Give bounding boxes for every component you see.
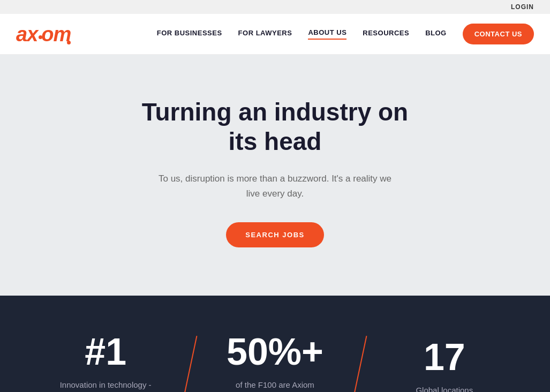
stat-item-1: #1 Innovation in technology - Financial …	[32, 333, 179, 392]
nav-for-businesses[interactable]: FOR BUSINESSES	[157, 29, 222, 39]
stat-divider-1	[183, 336, 198, 392]
login-link[interactable]: LOGIN	[511, 3, 534, 11]
stat-label-1: Innovation in technology - Financial Tim…	[57, 379, 154, 392]
logo-text: axom	[16, 23, 73, 46]
nav-for-lawyers[interactable]: FOR LAWYERS	[238, 29, 292, 39]
stat-number-2: 50%+	[201, 333, 348, 371]
stat-item-3: 17 Global locations	[371, 338, 518, 392]
stat-label-3: Global locations	[396, 385, 493, 392]
header: axom FOR BUSINESSES FOR LAWYERS ABOUT US…	[0, 14, 550, 55]
contact-us-button[interactable]: CONTACT US	[463, 24, 534, 44]
main-nav: FOR BUSINESSES FOR LAWYERS ABOUT US RESO…	[157, 24, 534, 44]
nav-blog[interactable]: BLOG	[425, 29, 447, 39]
hero-title: Turning an industry on its head	[136, 97, 415, 156]
nav-about-us[interactable]: ABOUT US	[308, 28, 346, 40]
stat-divider-2	[352, 336, 367, 392]
logo-dot-bottom	[67, 41, 71, 44]
stat-number-3: 17	[371, 338, 518, 376]
search-jobs-button[interactable]: SEARCH JOBS	[226, 222, 323, 247]
hero-section: Turning an industry on its head To us, d…	[0, 55, 550, 296]
stats-section: #1 Innovation in technology - Financial …	[0, 296, 550, 392]
hero-subtitle: To us, disruption is more than a buzzwor…	[157, 171, 393, 200]
logo[interactable]: axom	[16, 24, 73, 44]
top-bar: LOGIN	[0, 0, 550, 14]
stat-label-2: of the F100 are Axiom clients	[227, 379, 323, 392]
stat-item-2: 50%+ of the F100 are Axiom clients	[201, 333, 348, 392]
logo-dot-i	[39, 35, 42, 39]
nav-resources[interactable]: RESOURCES	[363, 29, 409, 39]
stat-number-1: #1	[32, 333, 179, 371]
